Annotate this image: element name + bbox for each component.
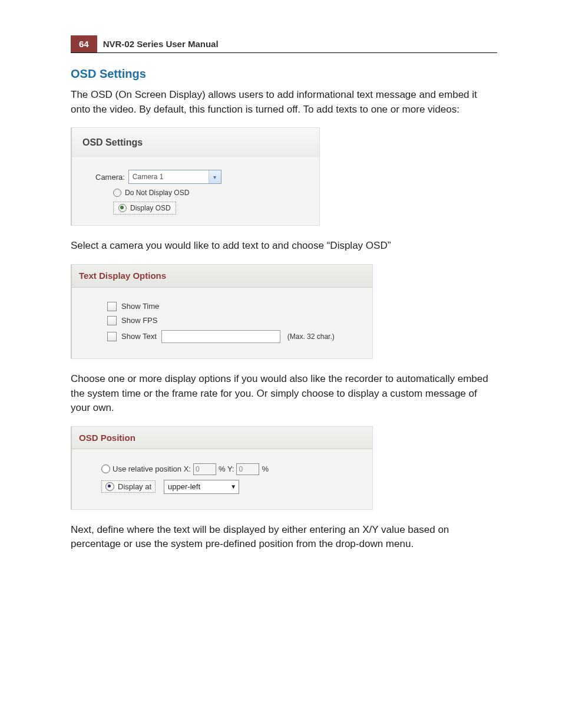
max-char-note: (Max. 32 char.) bbox=[287, 332, 335, 341]
checkbox-show-text[interactable] bbox=[107, 332, 117, 341]
radio-display-at[interactable] bbox=[105, 482, 114, 491]
radio-do-not-display-label: Do Not Display OSD bbox=[125, 189, 189, 197]
checkbox-show-fps[interactable] bbox=[107, 316, 117, 325]
checkbox-show-text-label: Show Text bbox=[121, 332, 157, 341]
radio-display-osd[interactable] bbox=[118, 204, 127, 212]
page-number: 64 bbox=[71, 35, 97, 52]
instruction-after-panel1: Select a camera you would like to add te… bbox=[71, 239, 497, 253]
radio-do-not-display[interactable] bbox=[113, 189, 121, 197]
instruction-after-panel3: Next, define where the text will be disp… bbox=[71, 523, 497, 552]
osd-position-title: OSD Position bbox=[72, 427, 372, 449]
text-display-options-panel: Text Display Options Show Time Show FPS … bbox=[71, 264, 373, 359]
radio-relative-position-label: Use relative position X: bbox=[113, 465, 191, 473]
radio-display-at-label: Display at bbox=[118, 482, 151, 491]
osd-settings-panel: OSD Settings Camera: Camera 1 ▾ Do Not D… bbox=[71, 127, 320, 226]
chevron-down-icon: ▾ bbox=[209, 170, 221, 183]
position-select-value: upper-left bbox=[168, 482, 200, 491]
x-value-input[interactable]: 0 bbox=[193, 463, 216, 475]
radio-display-osd-label: Display OSD bbox=[130, 204, 171, 212]
checkbox-show-time[interactable] bbox=[107, 302, 117, 311]
osd-settings-title: OSD Settings bbox=[72, 128, 319, 157]
camera-select-value: Camera 1 bbox=[133, 173, 164, 181]
instruction-after-panel2: Choose one or more display options if yo… bbox=[71, 372, 497, 416]
y-value-input[interactable]: 0 bbox=[236, 463, 259, 475]
page-header: 64 NVR-02 Series User Manual bbox=[71, 35, 497, 53]
radio-relative-position[interactable] bbox=[101, 465, 110, 473]
percent-label: % bbox=[262, 465, 269, 473]
text-display-options-title: Text Display Options bbox=[72, 265, 372, 287]
document-title: NVR-02 Series User Manual bbox=[97, 35, 224, 52]
position-select[interactable]: upper-left ▼ bbox=[164, 480, 239, 494]
osd-position-panel: OSD Position Use relative position X: 0 … bbox=[71, 426, 373, 510]
triangle-down-icon: ▼ bbox=[230, 483, 236, 490]
intro-paragraph: The OSD (On Screen Display) allows users… bbox=[71, 88, 497, 117]
percent-y-label: % Y: bbox=[219, 465, 234, 473]
camera-label: Camera: bbox=[95, 173, 125, 182]
checkbox-show-fps-label: Show FPS bbox=[121, 316, 157, 325]
show-text-input[interactable] bbox=[161, 330, 280, 343]
camera-select[interactable]: Camera 1 ▾ bbox=[128, 170, 222, 184]
section-heading: OSD Settings bbox=[71, 67, 497, 81]
checkbox-show-time-label: Show Time bbox=[121, 302, 159, 311]
